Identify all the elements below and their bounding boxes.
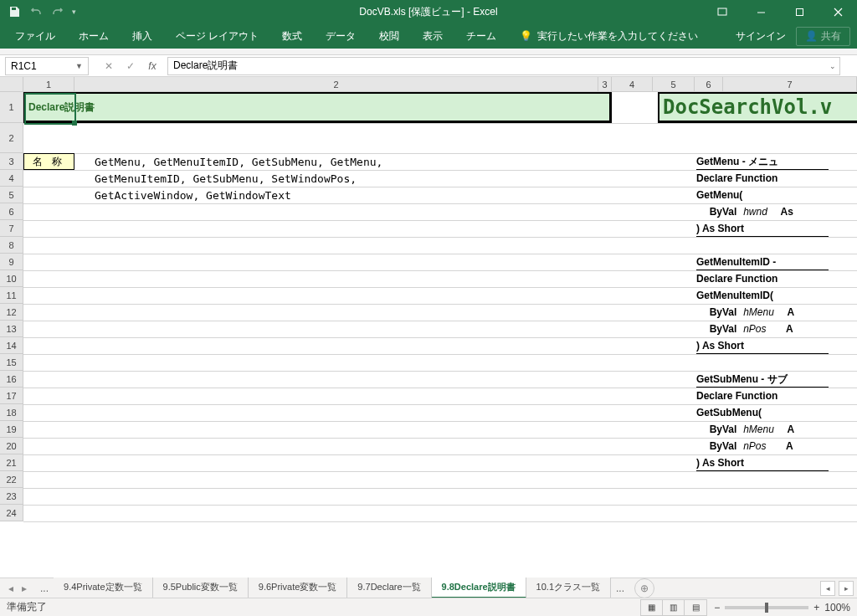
expand-formula-icon[interactable]: ⌄ [829, 62, 836, 70]
column-header[interactable]: 1 [23, 77, 74, 91]
page-break-view-icon[interactable]: ▤ [685, 600, 706, 615]
row-header[interactable]: 8 [0, 237, 23, 254]
qat-dropdown-icon[interactable]: ▾ [72, 8, 76, 16]
chevron-down-icon[interactable]: ▼ [75, 62, 83, 70]
row-header[interactable]: 22 [0, 471, 23, 488]
save-icon[interactable] [7, 4, 22, 19]
add-sheet-button[interactable]: ⊕ [634, 578, 654, 598]
select-all-corner[interactable] [0, 77, 23, 92]
row-header[interactable]: 16 [0, 371, 23, 388]
ribbon-tab[interactable]: 挿入 [121, 23, 164, 49]
cell-code[interactable]: GetMenuItemID( [696, 289, 829, 304]
cell-code[interactable]: ) As Short [696, 456, 829, 471]
minimize-button[interactable] [742, 0, 780, 23]
row-header[interactable]: 20 [0, 438, 23, 454]
cell-code[interactable]: Declare Function [696, 172, 829, 187]
view-switcher[interactable]: ▦ ▥ ▤ [640, 599, 707, 616]
cell-code[interactable]: Declare Function [696, 389, 829, 404]
sheet-tab[interactable]: 9.7Declare一覧 [347, 578, 431, 598]
redo-icon[interactable] [50, 4, 65, 19]
ribbon-tab[interactable]: ページ レイアウト [164, 23, 270, 49]
column-header[interactable]: 5 [653, 77, 695, 91]
zoom-slider[interactable] [725, 606, 808, 609]
row-header[interactable]: 9 [0, 254, 23, 270]
worksheet-grid[interactable]: 1234567 12345678910111213141516171819202… [0, 77, 857, 537]
row-header[interactable]: 13 [0, 321, 23, 337]
undo-icon[interactable] [28, 4, 44, 19]
row-header[interactable]: 19 [0, 421, 23, 438]
ribbon-tab[interactable]: ホーム [67, 23, 121, 49]
maximize-button[interactable] [780, 0, 819, 23]
cell-text[interactable]: GetMenu, GetMenuItemID, GetSubMenu, GetM… [95, 156, 382, 168]
tell-me[interactable]: 💡 実行したい作業を入力してください [508, 29, 710, 44]
row-header[interactable]: 4 [0, 170, 23, 187]
sheet-nav-prev-icon[interactable]: ◂ [5, 581, 17, 596]
row-header[interactable]: 2 [0, 123, 23, 153]
row-headers[interactable]: 123456789101112131415161718192021222324 [0, 92, 23, 521]
column-header[interactable]: 6 [695, 77, 723, 91]
row-header[interactable]: 10 [0, 270, 23, 287]
sheet-nav-next-icon[interactable]: ▸ [18, 581, 30, 596]
row-header[interactable]: 6 [0, 203, 23, 220]
ribbon-tab[interactable]: データ [314, 23, 367, 49]
cell-label[interactable]: 名 称 [23, 153, 74, 170]
cell-code[interactable]: GetSubMenu - サブ [696, 372, 829, 388]
ribbon-tab[interactable]: 表示 [411, 23, 454, 49]
zoom-in-icon[interactable]: + [813, 602, 819, 613]
cell-text[interactable]: GetMenuItemID, GetSubMenu, SetWindowPos, [95, 172, 357, 185]
zoom-control[interactable]: − + 100% [714, 602, 850, 613]
row-header[interactable]: 1 [0, 92, 23, 123]
page-layout-view-icon[interactable]: ▥ [663, 600, 685, 615]
row-header[interactable]: 23 [0, 488, 23, 505]
column-header[interactable]: 2 [74, 77, 598, 91]
cell-code[interactable]: ByVal hMenu A [696, 423, 829, 438]
cell-code[interactable]: Declare Function [696, 272, 829, 287]
ribbon-tab[interactable]: 数式 [270, 23, 314, 49]
sheet-tab[interactable]: 9.8Declare説明書 [432, 578, 526, 598]
column-header[interactable]: 7 [723, 77, 857, 91]
fx-icon[interactable]: fx [144, 58, 161, 74]
cell-code[interactable]: ByVal nPos A [696, 322, 829, 337]
row-header[interactable]: 3 [0, 153, 23, 170]
row-header[interactable]: 24 [0, 505, 23, 521]
row-header[interactable]: 5 [0, 187, 23, 203]
sheet-tab[interactable]: 9.6Private変数一覧 [249, 578, 348, 598]
row-header[interactable]: 15 [0, 354, 23, 371]
enter-formula-icon[interactable]: ✓ [122, 58, 139, 74]
column-header[interactable]: 3 [598, 77, 612, 91]
row-header[interactable]: 17 [0, 388, 23, 404]
row-header[interactable]: 12 [0, 304, 23, 321]
cell-code[interactable]: GetMenuItemID - [696, 255, 829, 270]
sheet-tab[interactable]: 9.5Public変数一覧 [153, 578, 249, 598]
cell-code[interactable]: ByVal nPos A [696, 439, 829, 454]
sheet-nav[interactable]: ◂ ▸ [0, 581, 35, 596]
cell-code[interactable]: GetSubMenu( [696, 406, 829, 421]
cell-code[interactable]: GetMenu - メニュ [696, 155, 829, 170]
cell-code[interactable]: ) As Short [696, 339, 829, 354]
close-button[interactable] [819, 0, 857, 23]
cell-title-docsearch[interactable]: DocSearchVol.v [658, 92, 857, 123]
sheet-tab[interactable]: 10.1クラス一覧 [526, 578, 611, 598]
sheet-tabs-overflow-right[interactable]: ... [611, 583, 629, 594]
cell-code[interactable]: GetMenu( [696, 188, 829, 203]
row-header[interactable]: 11 [0, 287, 23, 304]
cancel-formula-icon[interactable]: ✕ [100, 58, 117, 74]
row-header[interactable]: 18 [0, 404, 23, 421]
ribbon-tab[interactable]: チーム [454, 23, 508, 49]
cell-code[interactable]: ) As Short [696, 222, 829, 237]
ribbon-display-icon[interactable] [703, 0, 742, 23]
hscroll-left-icon[interactable]: ◂ [820, 581, 835, 596]
column-header[interactable]: 4 [612, 77, 653, 91]
normal-view-icon[interactable]: ▦ [641, 600, 663, 615]
signin-link[interactable]: サインイン [736, 29, 786, 44]
cell-title-declare[interactable]: Declare説明書 [23, 92, 612, 123]
row-header[interactable]: 21 [0, 454, 23, 471]
cell-code[interactable]: ByVal hwnd As [696, 205, 829, 220]
column-headers[interactable]: 1234567 [23, 77, 857, 92]
sheet-tabs-overflow[interactable]: ... [35, 583, 54, 594]
cell-code[interactable]: ByVal hMenu A [696, 305, 829, 321]
ribbon-tab[interactable]: 校閲 [367, 23, 411, 49]
zoom-out-icon[interactable]: − [714, 602, 720, 613]
formula-input[interactable]: Declare説明書 ⌄ [167, 57, 840, 75]
row-header[interactable]: 14 [0, 337, 23, 354]
